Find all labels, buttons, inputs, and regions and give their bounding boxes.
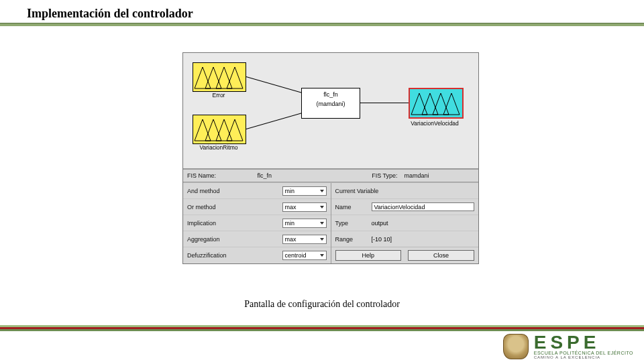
fis-type-value: mamdani bbox=[405, 172, 429, 179]
figure-caption: Pantalla de configuración del controlado… bbox=[0, 299, 644, 310]
and-method-select[interactable]: min bbox=[282, 186, 327, 196]
button-row: Help Close bbox=[331, 247, 479, 263]
current-variable-column: Current Variable Name VariacionVelocidad… bbox=[331, 183, 479, 263]
fis-diagram: Error VariacionRitmo flc_fn (mamdani) Va… bbox=[183, 53, 478, 169]
footer-logo: ESPE ESCUELA POLITÉCNICA DEL EJÉRCITO CA… bbox=[503, 334, 633, 359]
org-acronym: ESPE bbox=[534, 334, 633, 351]
cv-name-input[interactable]: VariacionVelocidad bbox=[372, 202, 475, 211]
org-line1: ESCUELA POLITÉCNICA DEL EJÉRCITO bbox=[534, 351, 633, 355]
chevron-down-icon bbox=[320, 222, 324, 225]
chevron-down-icon bbox=[320, 254, 324, 257]
close-button[interactable]: Close bbox=[408, 250, 474, 261]
or-method-label: Or method bbox=[187, 204, 282, 210]
fis-name-label: FIS Name: bbox=[187, 172, 216, 179]
cv-type-value: output bbox=[372, 220, 475, 227]
fis-info-strip: FIS Name: flc_fn FIS Type: mamdani bbox=[183, 169, 478, 182]
cv-type-label: Type bbox=[335, 220, 372, 227]
cv-range-value: [-10 10] bbox=[372, 236, 475, 243]
fis-name-value: flc_fn bbox=[258, 172, 272, 179]
settings-panel: And method min Or method max Implication… bbox=[183, 182, 478, 263]
or-method-select[interactable]: max bbox=[282, 202, 327, 212]
cv-name-label: Name bbox=[335, 204, 372, 210]
crest-icon bbox=[503, 334, 529, 359]
help-button[interactable]: Help bbox=[335, 250, 402, 261]
fis-editor-window: Error VariacionRitmo flc_fn (mamdani) Va… bbox=[182, 52, 479, 264]
membership-icon bbox=[193, 115, 246, 143]
input-variacion-ritmo-box[interactable] bbox=[193, 115, 246, 144]
output-variacion-velocidad-box[interactable] bbox=[409, 88, 464, 119]
current-variable-header: Current Variable bbox=[335, 188, 475, 194]
org-line2: CAMINO A LA EXCELENCIA bbox=[534, 355, 633, 359]
fis-center-name: flc_fn bbox=[302, 90, 360, 99]
input-variacion-ritmo-label: VariacionRitmo bbox=[189, 144, 249, 151]
connector-line bbox=[359, 103, 409, 103]
chevron-down-icon bbox=[320, 238, 324, 241]
slide-title: Implementación del controlador bbox=[27, 7, 193, 21]
cv-range-label: Range bbox=[335, 236, 372, 243]
aggregation-label: Aggregation bbox=[187, 236, 282, 243]
fis-type-label: FIS Type: bbox=[372, 172, 397, 179]
fis-center-type: (mamdani) bbox=[302, 99, 360, 109]
output-variacion-velocidad-label: VariacionVelocidad bbox=[405, 120, 465, 127]
and-method-label: And method bbox=[187, 188, 282, 194]
aggregation-select[interactable]: max bbox=[282, 235, 327, 244]
fis-center-box[interactable]: flc_fn (mamdani) bbox=[301, 88, 360, 119]
chevron-down-icon bbox=[320, 190, 324, 192]
footer-stripe bbox=[0, 325, 644, 331]
methods-column: And method min Or method max Implication… bbox=[183, 183, 331, 263]
defuzzification-select[interactable]: centroid bbox=[282, 251, 327, 260]
chevron-down-icon bbox=[320, 206, 324, 208]
input-error-box[interactable] bbox=[193, 62, 246, 92]
defuzzification-label: Defuzzification bbox=[187, 252, 282, 259]
input-error-label: Error bbox=[189, 92, 249, 99]
connector-line bbox=[246, 76, 302, 93]
connector-line bbox=[246, 113, 302, 129]
membership-icon bbox=[410, 89, 462, 117]
title-underline bbox=[0, 23, 644, 26]
implication-label: Implication bbox=[187, 220, 282, 227]
membership-icon bbox=[193, 63, 246, 91]
implication-select[interactable]: min bbox=[282, 219, 327, 228]
